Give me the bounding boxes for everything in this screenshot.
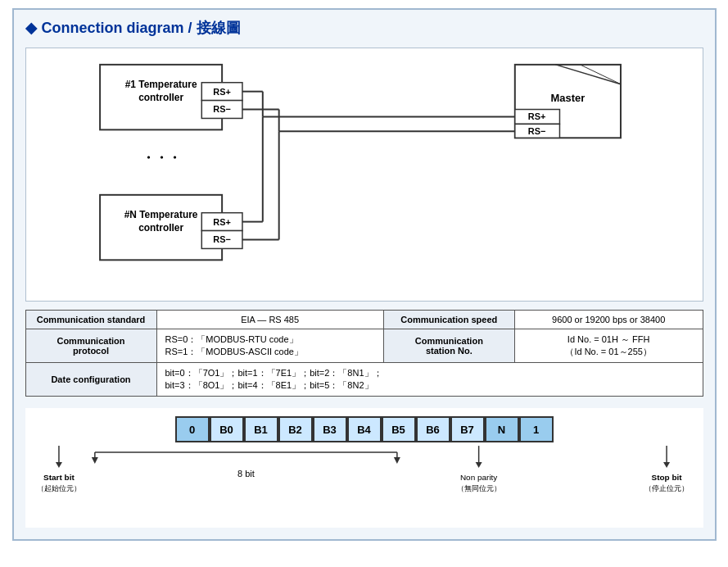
- svg-rect-15: [514, 65, 620, 138]
- bit-box-1: 1: [519, 416, 554, 442]
- bit-labels-svg: Start bit （起始位元） 8 bit Non parity （無同位元）…: [42, 446, 687, 511]
- svg-text:RS−: RS−: [527, 126, 545, 136]
- svg-line-17: [555, 65, 620, 84]
- comm-speed-value: 9600 or 19200 bps or 38400: [514, 311, 703, 329]
- svg-text:Stop bit: Stop bit: [651, 473, 682, 482]
- svg-text:Master: Master: [550, 92, 585, 104]
- svg-rect-13: [201, 231, 242, 249]
- bit-box-b5: B5: [382, 416, 416, 442]
- table-row-2: Communication protocol RS=0：「MODBUS-RTU …: [25, 329, 703, 363]
- bit-section: 0 B0 B1 B2 B3 B4 B5 B6 B7 N 1 Start bit …: [25, 408, 703, 528]
- comm-protocol-value: RS=0：「MODBUS-RTU code」 RS=1：「MODBUS-ASCI…: [156, 329, 383, 363]
- bit-box-b3: B3: [313, 416, 347, 442]
- svg-text:controller: controller: [138, 222, 183, 234]
- svg-marker-42: [91, 457, 97, 464]
- bit-boxes: 0 B0 B1 B2 B3 B4 B5 B6 B7 N 1: [42, 416, 687, 442]
- diagram-area: #1 Temperature controller RS+ RS− ・・・ #N…: [25, 48, 703, 302]
- svg-text:（停止位元）: （停止位元）: [644, 484, 687, 492]
- svg-rect-20: [514, 110, 559, 125]
- comm-station-value: Id No. = 01H ～ FFH （Id No. = 01～255）: [514, 329, 703, 363]
- section-title: ◆ Connection diagram / 接線圖: [25, 18, 703, 38]
- bit-box-0: 0: [175, 416, 210, 442]
- svg-marker-46: [475, 462, 482, 468]
- connection-diagram-svg: #1 Temperature controller RS+ RS− ・・・ #N…: [26, 48, 703, 301]
- svg-text:（起始位元）: （起始位元）: [42, 484, 81, 492]
- svg-text:RS−: RS−: [213, 234, 231, 244]
- svg-text:（無同位元）: （無同位元）: [456, 484, 500, 492]
- bit-box-b1: B1: [244, 416, 278, 442]
- comm-standard-label: Communication standard: [25, 311, 156, 329]
- svg-rect-0: [100, 65, 222, 129]
- comm-speed-label: Communication speed: [383, 311, 514, 329]
- svg-text:8 bit: 8 bit: [237, 469, 254, 479]
- bit-labels-area: Start bit （起始位元） 8 bit Non parity （無同位元）…: [42, 446, 687, 511]
- table-row-3: Date configuration bit=0：「7O1」；bit=1：「7E…: [25, 363, 703, 397]
- bit-box-b0: B0: [210, 416, 244, 442]
- page-container: ◆ Connection diagram / 接線圖 #1 Temperatur…: [12, 8, 717, 541]
- date-config-label: Date configuration: [25, 363, 156, 397]
- svg-text:#1 Temperature: #1 Temperature: [124, 79, 197, 90]
- comm-standard-value: EIA — RS 485: [156, 311, 383, 329]
- comm-station-label: Communication station No.: [383, 329, 514, 363]
- svg-line-18: [580, 65, 621, 84]
- svg-text:RS−: RS−: [213, 104, 231, 114]
- date-config-value: bit=0：「7O1」；bit=1：「7E1」；bit=2：「8N1」； bit…: [156, 363, 703, 397]
- svg-text:controller: controller: [138, 92, 183, 103]
- svg-text:・・・: ・・・: [141, 151, 180, 165]
- bit-box-n: N: [485, 416, 519, 442]
- bit-box-b6: B6: [416, 416, 450, 442]
- svg-marker-43: [393, 457, 400, 464]
- bit-box-b2: B2: [278, 416, 313, 442]
- svg-text:RS+: RS+: [213, 87, 231, 97]
- svg-text:RS+: RS+: [213, 217, 231, 227]
- svg-rect-3: [201, 83, 242, 101]
- diamond-icon: ◆: [25, 19, 37, 37]
- bit-box-b4: B4: [347, 416, 382, 442]
- svg-rect-11: [201, 213, 242, 231]
- spec-table: Communication standard EIA — RS 485 Comm…: [25, 310, 703, 397]
- svg-text:RS+: RS+: [527, 111, 545, 121]
- svg-marker-50: [663, 462, 670, 468]
- svg-marker-36: [55, 462, 61, 468]
- svg-rect-22: [514, 124, 559, 138]
- comm-protocol-label: Communication protocol: [25, 329, 156, 363]
- svg-rect-5: [201, 101, 242, 119]
- svg-text:#N Temperature: #N Temperature: [124, 209, 197, 220]
- svg-text:Start bit: Start bit: [43, 473, 75, 482]
- bit-box-b7: B7: [450, 416, 485, 442]
- svg-text:Non parity: Non parity: [459, 473, 496, 482]
- table-row-1: Communication standard EIA — RS 485 Comm…: [25, 311, 703, 329]
- svg-rect-8: [100, 195, 222, 260]
